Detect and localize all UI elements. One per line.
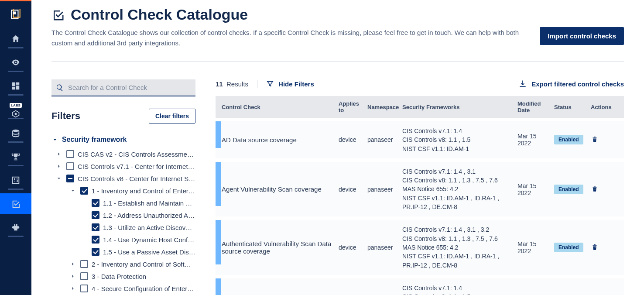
svg-point-3 [15,62,17,63]
svg-rect-6 [12,87,15,90]
svg-rect-7 [16,86,19,89]
security-framework-section-toggle[interactable]: Security framework [51,136,195,144]
nav-achievements[interactable] [0,146,31,167]
checkbox[interactable] [66,150,74,158]
search-input[interactable] [51,79,195,96]
trash-icon [591,243,599,251]
checkbox-checked[interactable] [80,187,88,195]
checkbox[interactable] [80,272,88,280]
tree-item-3[interactable]: 3 - Data Protection [51,270,195,282]
tree-item-2[interactable]: 2 - Inventory and Control of Softwar... [51,258,195,270]
cell-modified: Mar 15 2022 [515,240,552,254]
cell-status: Enabled [552,243,588,252]
nav-visibility[interactable] [0,52,31,73]
nav-control-checks[interactable] [0,193,31,214]
cell-applies: device [336,244,365,251]
filters-panel: Filters Clear filters Security framework… [51,79,195,295]
tree-item-1-3[interactable]: 1.3 - Utilize an Active Discovery... [51,221,195,233]
tree-item-1-2[interactable]: 1.2 - Address Unauthorized Ass... [51,209,195,221]
table-row[interactable]: AV Data source coverage device panaseer … [216,278,624,295]
nav-config[interactable] [0,170,31,191]
divider [51,62,624,62]
table-row[interactable]: AD Data source coverage device panaseer … [216,121,624,158]
chevron-down-icon [55,175,63,182]
table-row[interactable]: Agent Vulnerability Scan coverage device… [216,162,624,216]
chevron-down-icon [51,136,58,143]
filters-title: Filters [51,110,80,122]
trash-icon [591,135,599,144]
nav-integrations[interactable] [0,217,31,238]
tree-item-cis-cas[interactable]: CIS CAS v2 - CIS Controls Assessment S..… [51,148,195,160]
cell-name: AD Data source coverage [219,136,336,144]
cell-namespace: panaseer [365,244,400,251]
cell-frameworks: CIS Controls v7.1: 1.4 , 3.1 , 3.2CIS Co… [400,225,515,269]
col-modified: Modified Date [515,100,552,113]
app-logo[interactable] [8,7,24,22]
cell-modified: Mar 15 2022 [515,133,552,147]
col-name: Control Check [219,104,336,110]
col-applies: Applies to [336,100,365,113]
cell-applies: device [336,186,365,193]
table-body: AD Data source coverage device panaseer … [216,118,624,295]
col-frameworks: Security Frameworks [400,104,515,110]
export-filtered-button[interactable]: Export filtered control checks [518,79,624,88]
search-icon [56,84,64,93]
checkbox-checked[interactable] [92,236,99,244]
trash-icon [591,184,599,193]
row-accent [216,121,221,148]
page-title: Control Check Catalogue [51,6,531,23]
svg-point-9 [13,130,19,132]
cell-name: Authenticated Vulnerability Scan Data so… [219,240,336,255]
tree-item-1[interactable]: 1 - Inventory and Control of Enterpri... [51,185,195,197]
tree-item-1-5[interactable]: 1.5 - Use a Passive Asset Disco... [51,246,195,258]
results-count: 11 Results [216,80,257,88]
cell-frameworks: CIS Controls v7.1: 1.4CIS Controls v8: 1… [400,127,515,153]
nav-home[interactable] [0,28,31,49]
checkbox-checked[interactable] [92,199,99,207]
checkbox-icon [51,8,65,21]
hide-filters-toggle[interactable]: Hide Filters [266,80,314,88]
main-content: Control Check Catalogue The Control Chec… [31,0,644,295]
tree-item-cis-v8[interactable]: CIS Controls v8 - Center for Internet Se… [51,172,195,185]
checkbox-checked[interactable] [92,223,99,231]
chevron-down-icon [69,188,77,194]
chevron-right-icon [55,151,63,157]
svg-point-8 [15,113,17,115]
table-row[interactable]: Authenticated Vulnerability Scan Data so… [216,220,624,274]
nav-dashboards[interactable] [0,75,31,96]
checkbox-checked[interactable] [92,248,99,256]
checkbox[interactable] [80,260,88,268]
sidebar-nav: LABS [0,0,31,295]
nav-data[interactable] [0,123,31,144]
checkbox[interactable] [80,285,88,292]
status-badge: Enabled [554,185,583,194]
row-accent [216,278,221,295]
results-table-section: 11 Results Hide Filters Export filtered … [216,79,624,295]
clear-filters-button[interactable]: Clear filters [149,109,195,123]
col-status: Status [552,104,588,110]
filter-icon [266,80,274,88]
svg-rect-5 [16,82,19,85]
framework-tree: CIS CAS v2 - CIS Controls Assessment S..… [51,148,195,295]
tree-item-1-1[interactable]: 1.1 - Establish and Maintain De... [51,197,195,209]
cell-status: Enabled [552,135,588,144]
import-control-checks-button[interactable]: Import control checks [540,27,624,45]
nav-labs[interactable]: LABS [0,99,31,120]
col-actions: Actions [588,104,614,110]
page-description: The Control Check Catalogue shows our co… [51,27,531,48]
delete-button[interactable] [588,243,614,253]
checkbox[interactable] [66,162,74,170]
tree-item-1-4[interactable]: 1.4 - Use Dynamic Host Config... [51,233,195,246]
chevron-right-icon [69,273,77,279]
svg-rect-2 [13,12,16,15]
delete-button[interactable] [588,135,614,145]
delete-button[interactable] [588,184,614,194]
cell-frameworks: CIS Controls v7.1: 1.4CIS Controls v8: 1… [400,284,515,295]
cell-namespace: panaseer [365,136,400,143]
cell-status: Enabled [552,185,588,194]
checkbox-indeterminate[interactable] [66,175,74,182]
checkbox-checked[interactable] [92,211,99,219]
cell-applies: device [336,136,365,143]
tree-item-cis-v71[interactable]: CIS Controls v7.1 - Center for Internet … [51,160,195,172]
tree-item-4[interactable]: 4 - Secure Configuration of Enterpri... [51,282,195,295]
